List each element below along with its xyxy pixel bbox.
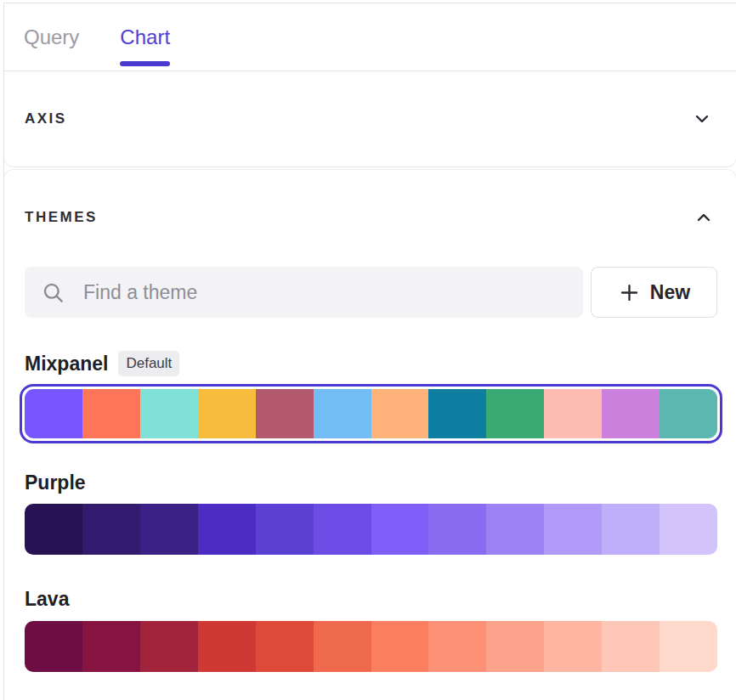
swatch [544,389,602,438]
themes-section-header: THEMES [25,206,717,229]
swatch [544,621,602,672]
swatch [544,504,602,555]
tab-chart-label: Chart [120,25,170,49]
tab-chart[interactable]: Chart [120,3,170,71]
chevron-down-icon [692,109,712,129]
swatch [660,621,717,672]
swatch [428,389,486,438]
swatch [256,504,314,555]
theme-label-row-purple: Purple [25,469,717,496]
swatch [371,621,429,672]
swatch [82,621,140,672]
swatch [198,389,256,438]
theme-search-input[interactable] [25,267,583,318]
swatch [256,389,314,438]
chevron-up-icon [694,207,714,228]
section-themes: THEMES New Mixpanel Default Purple [3,169,736,700]
theme-name-lava: Lava [25,588,69,611]
themes-collapse-button[interactable] [690,204,717,231]
swatch [198,621,256,672]
swatch [256,621,314,672]
theme-name-mixpanel: Mixpanel [25,353,108,375]
swatch [82,389,140,438]
swatch [486,389,544,438]
swatch [602,389,660,438]
theme-swatch-row-mixpanel[interactable] [25,389,717,438]
theme-toolbar: New [25,267,717,318]
axis-section-title: AXIS [25,110,67,127]
axis-collapse-button[interactable] [688,105,716,133]
selected-theme-frame [20,384,722,443]
swatch [314,504,371,555]
chart-settings-panel: Query Chart AXIS THEMES New [3,3,736,700]
theme-label-row-lava: Lava [25,585,717,612]
tab-bar: Query Chart [4,3,736,71]
new-theme-button[interactable]: New [591,267,717,318]
tab-query-label: Query [24,25,79,49]
swatch [371,504,429,555]
themes-section-title: THEMES [25,209,98,226]
swatch [140,504,198,555]
swatch [82,504,140,555]
swatch [198,504,256,555]
plus-icon [618,281,641,304]
swatch [486,504,544,555]
swatch [25,389,82,438]
swatch [660,504,717,555]
theme-search [25,267,583,318]
swatch [602,504,660,555]
theme-swatch-row-purple[interactable] [25,504,717,555]
theme-swatch-row-lava[interactable] [25,621,717,672]
swatch [602,621,660,672]
tab-query[interactable]: Query [24,3,79,71]
section-axis: AXIS [3,71,736,167]
new-theme-button-label: New [650,281,690,304]
swatch [314,389,371,438]
swatch [486,621,544,672]
swatch [25,504,82,555]
swatch [428,504,486,555]
swatch [25,621,82,672]
swatch [428,621,486,672]
swatch [371,389,429,438]
swatch [140,389,198,438]
theme-name-purple: Purple [25,471,86,494]
default-badge: Default [118,351,179,376]
swatch [314,621,371,672]
theme-label-row-mixpanel: Mixpanel Default [25,350,717,377]
swatch [140,621,198,672]
active-tab-underline [120,61,170,66]
swatch [660,389,717,438]
